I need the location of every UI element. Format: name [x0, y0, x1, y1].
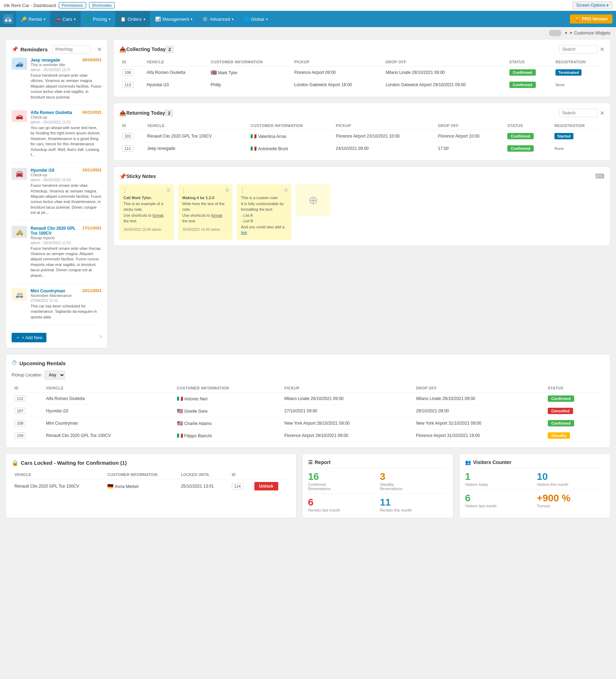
reminders-close-button[interactable]: ✕ [97, 46, 102, 53]
nav-label-pricing: Pricing [93, 17, 107, 22]
report-title: ☰ Report [308, 459, 447, 465]
col-dropoff: DROP OFF [383, 58, 506, 66]
reminder-subtitle: Check-up [31, 173, 102, 177]
customize-widgets-button[interactable]: ✦ ✦ Customize Widgets [564, 31, 610, 36]
row-dropoff: Milano Linate 28/10/2021 09:00 [383, 66, 506, 79]
list-item: 🚙 Jeep renegade 28/10/2021 This is remin… [12, 58, 102, 105]
upcoming-header-row: ID VEHICLE CUSTOMER INFORMATION PICKUP D… [12, 384, 604, 393]
note-delete-icon[interactable]: 🗑 [225, 186, 230, 194]
sticky-icon: 📌 [119, 173, 126, 180]
collecting-close-button[interactable]: ✕ [600, 46, 604, 53]
customize-toggle[interactable] [549, 30, 561, 36]
collecting-icon: 📥 [119, 46, 126, 53]
reminder-date: 17/11/2021 [82, 226, 102, 230]
cars-locked-panel: 🔒 Cars Locked - Waiting for Confirmation… [6, 453, 297, 518]
row-vehicle: Mini Countryman [43, 417, 174, 430]
row-status: Confirmed [507, 79, 553, 91]
row-status: Confirmed [504, 130, 552, 142]
reminder-content: Jeep renegade 28/10/2021 This is reminde… [31, 58, 102, 100]
returning-close-button[interactable]: ✕ [600, 110, 604, 116]
nav-item-pricing[interactable]: 💲 Pricing ▾ [81, 11, 115, 27]
stat-rentals-this-month: 11 Rentals this month [380, 497, 447, 512]
reminder-text: This car has been scheduled for maintena… [31, 304, 102, 320]
row-id: 101 [119, 130, 144, 142]
row-customer: 🇺🇸Giselle Gere [174, 405, 282, 417]
orders-caret: ▾ [144, 17, 145, 21]
note-content: Call Mark Tylor. This is an example of a… [123, 195, 170, 224]
note-footer: 30/09/2021 16:49 admin [123, 227, 170, 232]
reminder-meta: admin - 25/10/2021 12:37 [31, 68, 102, 72]
row-pickup: London Gatewick Airport 18:00 [291, 79, 383, 91]
returning-search[interactable] [559, 109, 598, 117]
table-row: Renault Clio 2020 GPL Tce 100CV 🇩🇪Anna M… [12, 479, 291, 494]
global-icon: 🌐 [243, 17, 249, 22]
add-sticky-note-button[interactable]: ⊕ [296, 184, 331, 216]
reminder-car-name: Mini Countryman [31, 288, 65, 293]
note-menu-icon[interactable]: ⋮ [240, 186, 245, 195]
table-row: 107 Hyundai i10 🇺🇸Giselle Gere 27/10/202… [12, 405, 604, 417]
screen-options-button[interactable]: Screen Options ▾ [572, 1, 612, 9]
list-item: 🚗 Alfa Romeo Giulietta 04/11/2021 Check-… [12, 110, 102, 163]
reminder-car-name: Renault Clio 2020 GPL Tce 100CV [31, 226, 82, 236]
note-menu-icon[interactable]: ⋮ [122, 186, 128, 195]
keyboard-icon[interactable]: ⌨ [595, 172, 604, 180]
report-icon: ☰ [308, 459, 313, 465]
sticky-note: ⋮ 🗑 Making it be 1.2.0 Write here the te… [178, 184, 233, 240]
nav-item-orders[interactable]: 📋 Orders ▾ [115, 11, 150, 27]
sticky-note: ⋮ 🗑 Call Mark Tylor. This is an example … [119, 184, 174, 240]
nav-items: 🔑 Rental ▾ 🚗 Cars ▾ 💲 Pricing ▾ 📋 Orders… [16, 11, 570, 27]
global-caret: ▾ [266, 17, 268, 21]
reminder-content: Renault Clio 2020 GPL Tce 100CV 17/11/20… [31, 226, 102, 278]
note-link[interactable]: link [241, 230, 247, 235]
nav-item-global[interactable]: 🌐 Global ▾ [239, 11, 273, 27]
stat-visitors-last-month: 6 Visitors last month [465, 493, 533, 508]
nav-item-cars[interactable]: 🚗 Cars ▾ [50, 11, 81, 27]
reminder-content: Hyundai i10 10/11/2021 Check-up admin - … [31, 168, 102, 215]
shortcodes-button[interactable]: Shortcodes [89, 2, 115, 8]
add-new-reminder-button[interactable]: ＋ + Add New [12, 333, 46, 342]
nav-item-advanced[interactable]: ⚙️ Advanced ▾ [197, 11, 239, 27]
nav-item-management[interactable]: 📊 Management ▾ [150, 11, 198, 27]
pro-version-button[interactable]: 🏆 PRO Version [570, 14, 612, 24]
stat-label: ConfirmedReservations [308, 482, 376, 491]
note-menu-icon[interactable]: ⋮ [181, 186, 186, 195]
add-icon: ⊕ [309, 193, 318, 207]
reminder-date: 23/11/2021 [82, 288, 102, 293]
rental-icon: 🔑 [21, 17, 27, 22]
reminder-next-button[interactable]: › [100, 332, 102, 340]
table-row: 108 Mini Countryman 🇺🇸Charlie Adams New … [12, 417, 604, 430]
col-pickup: PICKUP [333, 121, 435, 130]
row-status: Confirmed [545, 393, 604, 405]
reminders-icon: 📌 [12, 46, 18, 52]
note-delete-icon[interactable]: 🗑 [284, 186, 288, 194]
permissions-button[interactable]: Permissions [59, 2, 86, 8]
reminders-title: 📌 Reminders [12, 46, 48, 52]
top-bar-left: Vik Rent Car - Dashboard Permissions Sho… [4, 2, 115, 8]
cars-caret: ▾ [74, 17, 76, 21]
row-status: Confirmed [507, 66, 553, 79]
col-vehicle: VEHICLE [12, 470, 104, 479]
list-item: 🚘 Hyundai i10 10/11/2021 Check-up admin … [12, 168, 102, 221]
stat-label: Turnout [537, 504, 604, 508]
advanced-icon: ⚙️ [202, 17, 208, 22]
locked-header: 🔒 Cars Locked - Waiting for Confirmation… [12, 459, 291, 466]
reminder-date: 28/10/2021 [82, 58, 102, 62]
unlock-button[interactable]: Unlock [254, 482, 278, 490]
col-action [252, 470, 291, 479]
table-row: 109 Renault Clio 2020 GPL Tce 100CV 🇮🇹Fi… [12, 430, 604, 442]
stat-label: Visitors last month [465, 504, 533, 508]
report-mid-divider [308, 494, 447, 494]
note-delete-icon[interactable]: 🗑 [166, 186, 171, 194]
management-icon: 📊 [155, 17, 161, 22]
reminders-search[interactable] [52, 45, 91, 53]
trophy-icon: 🏆 [575, 17, 580, 21]
row-status: Standby [545, 430, 604, 442]
reminder-text: Fusce hendrerit ornare ante vitae #recap… [31, 246, 102, 278]
pickup-location-select[interactable]: Any [44, 370, 65, 380]
nav-item-rental[interactable]: 🔑 Rental ▾ [16, 11, 50, 27]
page-title: Vik Rent Car - Dashboard [4, 3, 56, 8]
upcoming-header: ⏱ Upcoming Rentals [12, 360, 604, 366]
locked-table: VEHICLE CUSTOMER INFORMATION LOCKED UNTI… [12, 470, 291, 493]
collecting-search[interactable] [559, 45, 598, 53]
row-customer: 🇮🇹Antoinette Bruni [248, 142, 333, 155]
